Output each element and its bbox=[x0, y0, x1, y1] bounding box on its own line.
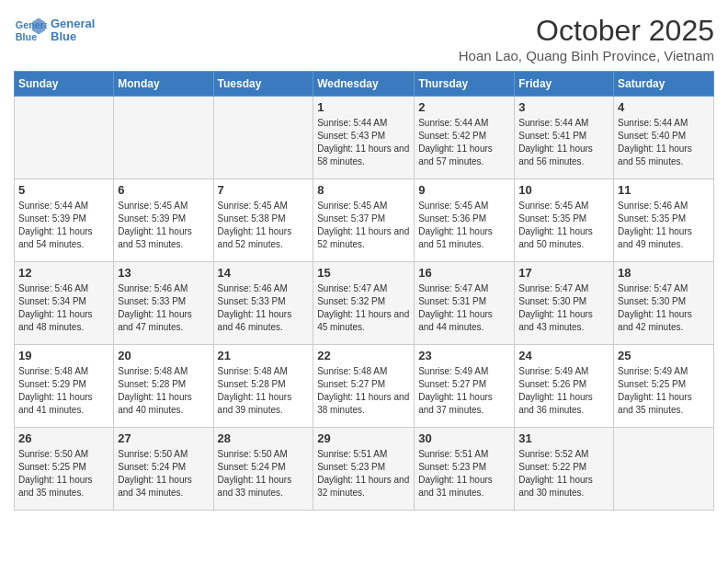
day-header-tuesday: Tuesday bbox=[213, 72, 313, 97]
day-number: 15 bbox=[317, 266, 410, 280]
calendar-cell: 16Sunrise: 5:47 AMSunset: 5:31 PMDayligh… bbox=[415, 262, 515, 345]
calendar-cell: 1Sunrise: 5:44 AMSunset: 5:43 PMDaylight… bbox=[313, 97, 415, 179]
calendar-cell: 11Sunrise: 5:46 AMSunset: 5:35 PMDayligh… bbox=[614, 179, 714, 262]
day-info: Sunrise: 5:46 AMSunset: 5:33 PMDaylight:… bbox=[118, 282, 209, 334]
calendar-cell: 2Sunrise: 5:44 AMSunset: 5:42 PMDaylight… bbox=[415, 97, 515, 179]
day-number: 11 bbox=[618, 183, 710, 197]
calendar-cell: 27Sunrise: 5:50 AMSunset: 5:24 PMDayligh… bbox=[114, 428, 213, 511]
day-info: Sunrise: 5:44 AMSunset: 5:43 PMDaylight:… bbox=[317, 117, 410, 168]
calendar-cell: 9Sunrise: 5:45 AMSunset: 5:36 PMDaylight… bbox=[415, 179, 515, 262]
day-info: Sunrise: 5:49 AMSunset: 5:26 PMDaylight:… bbox=[518, 365, 609, 417]
day-info: Sunrise: 5:50 AMSunset: 5:24 PMDaylight:… bbox=[218, 448, 310, 500]
calendar-cell: 29Sunrise: 5:51 AMSunset: 5:23 PMDayligh… bbox=[313, 428, 415, 511]
calendar-cell: 21Sunrise: 5:48 AMSunset: 5:28 PMDayligh… bbox=[213, 345, 313, 428]
day-number: 1 bbox=[317, 100, 410, 114]
week-row-1: 1Sunrise: 5:44 AMSunset: 5:43 PMDaylight… bbox=[15, 97, 714, 179]
calendar-cell: 5Sunrise: 5:44 AMSunset: 5:39 PMDaylight… bbox=[15, 179, 114, 262]
day-number: 14 bbox=[218, 266, 310, 280]
calendar-cell: 15Sunrise: 5:47 AMSunset: 5:32 PMDayligh… bbox=[313, 262, 415, 345]
day-info: Sunrise: 5:49 AMSunset: 5:25 PMDaylight:… bbox=[618, 365, 710, 417]
day-number: 13 bbox=[118, 266, 209, 280]
day-info: Sunrise: 5:45 AMSunset: 5:37 PMDaylight:… bbox=[317, 200, 410, 251]
calendar-cell: 23Sunrise: 5:49 AMSunset: 5:27 PMDayligh… bbox=[415, 345, 515, 428]
calendar-cell bbox=[213, 97, 313, 179]
calendar-cell: 26Sunrise: 5:50 AMSunset: 5:25 PMDayligh… bbox=[15, 428, 114, 511]
day-header-wednesday: Wednesday bbox=[313, 72, 415, 97]
calendar-cell: 17Sunrise: 5:47 AMSunset: 5:30 PMDayligh… bbox=[515, 262, 614, 345]
logo: General Blue General Blue bbox=[14, 14, 95, 47]
day-info: Sunrise: 5:46 AMSunset: 5:33 PMDaylight:… bbox=[218, 282, 310, 334]
day-info: Sunrise: 5:45 AMSunset: 5:36 PMDaylight:… bbox=[418, 200, 510, 251]
day-number: 16 bbox=[418, 266, 510, 280]
logo-icon: General Blue bbox=[14, 14, 47, 47]
day-number: 3 bbox=[518, 100, 609, 114]
logo-line1: General bbox=[51, 17, 95, 30]
day-header-saturday: Saturday bbox=[614, 72, 714, 97]
day-header-thursday: Thursday bbox=[415, 72, 515, 97]
day-info: Sunrise: 5:48 AMSunset: 5:28 PMDaylight:… bbox=[218, 365, 310, 417]
calendar-cell: 19Sunrise: 5:48 AMSunset: 5:29 PMDayligh… bbox=[15, 345, 114, 428]
day-header-monday: Monday bbox=[114, 72, 213, 97]
calendar-cell: 18Sunrise: 5:47 AMSunset: 5:30 PMDayligh… bbox=[614, 262, 714, 345]
day-number: 18 bbox=[618, 266, 710, 280]
header-row: SundayMondayTuesdayWednesdayThursdayFrid… bbox=[15, 72, 714, 97]
calendar-cell: 13Sunrise: 5:46 AMSunset: 5:33 PMDayligh… bbox=[114, 262, 213, 345]
day-number: 31 bbox=[518, 431, 609, 445]
month-title: October 2025 bbox=[459, 14, 714, 48]
day-info: Sunrise: 5:48 AMSunset: 5:29 PMDaylight:… bbox=[18, 365, 109, 417]
logo-line2: Blue bbox=[51, 30, 95, 43]
week-row-3: 12Sunrise: 5:46 AMSunset: 5:34 PMDayligh… bbox=[15, 262, 714, 345]
day-info: Sunrise: 5:51 AMSunset: 5:23 PMDaylight:… bbox=[317, 448, 410, 500]
calendar-cell bbox=[15, 97, 114, 179]
calendar-cell bbox=[114, 97, 213, 179]
day-number: 7 bbox=[218, 183, 310, 197]
day-number: 26 bbox=[18, 431, 109, 445]
day-info: Sunrise: 5:48 AMSunset: 5:27 PMDaylight:… bbox=[317, 365, 410, 417]
day-number: 17 bbox=[518, 266, 609, 280]
day-info: Sunrise: 5:45 AMSunset: 5:35 PMDaylight:… bbox=[518, 200, 609, 251]
week-row-2: 5Sunrise: 5:44 AMSunset: 5:39 PMDaylight… bbox=[15, 179, 714, 262]
week-row-5: 26Sunrise: 5:50 AMSunset: 5:25 PMDayligh… bbox=[15, 428, 714, 511]
page-header: General Blue General Blue October 2025 H… bbox=[14, 14, 714, 63]
day-info: Sunrise: 5:50 AMSunset: 5:25 PMDaylight:… bbox=[18, 448, 109, 500]
day-number: 23 bbox=[418, 349, 510, 362]
day-number: 22 bbox=[317, 349, 410, 362]
day-number: 6 bbox=[118, 183, 209, 197]
svg-text:Blue: Blue bbox=[16, 31, 37, 42]
day-number: 29 bbox=[317, 431, 410, 445]
day-info: Sunrise: 5:46 AMSunset: 5:35 PMDaylight:… bbox=[618, 200, 710, 251]
day-info: Sunrise: 5:45 AMSunset: 5:38 PMDaylight:… bbox=[218, 200, 310, 251]
day-number: 30 bbox=[418, 431, 510, 445]
day-info: Sunrise: 5:49 AMSunset: 5:27 PMDaylight:… bbox=[418, 365, 510, 417]
day-info: Sunrise: 5:52 AMSunset: 5:22 PMDaylight:… bbox=[518, 448, 609, 500]
calendar-cell: 24Sunrise: 5:49 AMSunset: 5:26 PMDayligh… bbox=[515, 345, 614, 428]
day-number: 12 bbox=[18, 266, 109, 280]
day-number: 10 bbox=[518, 183, 609, 197]
calendar-cell: 6Sunrise: 5:45 AMSunset: 5:39 PMDaylight… bbox=[114, 179, 213, 262]
day-header-friday: Friday bbox=[515, 72, 614, 97]
day-info: Sunrise: 5:48 AMSunset: 5:28 PMDaylight:… bbox=[118, 365, 209, 417]
day-info: Sunrise: 5:47 AMSunset: 5:30 PMDaylight:… bbox=[518, 282, 609, 334]
calendar-cell: 4Sunrise: 5:44 AMSunset: 5:40 PMDaylight… bbox=[614, 97, 714, 179]
title-block: October 2025 Hoan Lao, Quang Binh Provin… bbox=[459, 14, 714, 63]
calendar-cell: 30Sunrise: 5:51 AMSunset: 5:23 PMDayligh… bbox=[415, 428, 515, 511]
day-number: 4 bbox=[618, 100, 710, 114]
day-number: 20 bbox=[118, 349, 209, 362]
day-info: Sunrise: 5:47 AMSunset: 5:32 PMDaylight:… bbox=[317, 282, 410, 334]
calendar-cell: 28Sunrise: 5:50 AMSunset: 5:24 PMDayligh… bbox=[213, 428, 313, 511]
day-info: Sunrise: 5:46 AMSunset: 5:34 PMDaylight:… bbox=[18, 282, 109, 334]
day-number: 27 bbox=[118, 431, 209, 445]
calendar-cell: 8Sunrise: 5:45 AMSunset: 5:37 PMDaylight… bbox=[313, 179, 415, 262]
day-info: Sunrise: 5:47 AMSunset: 5:31 PMDaylight:… bbox=[418, 282, 510, 334]
day-number: 28 bbox=[218, 431, 310, 445]
day-number: 24 bbox=[518, 349, 609, 362]
day-header-sunday: Sunday bbox=[15, 72, 114, 97]
calendar-cell: 20Sunrise: 5:48 AMSunset: 5:28 PMDayligh… bbox=[114, 345, 213, 428]
calendar-cell: 10Sunrise: 5:45 AMSunset: 5:35 PMDayligh… bbox=[515, 179, 614, 262]
calendar-cell: 14Sunrise: 5:46 AMSunset: 5:33 PMDayligh… bbox=[213, 262, 313, 345]
day-number: 8 bbox=[317, 183, 410, 197]
day-info: Sunrise: 5:50 AMSunset: 5:24 PMDaylight:… bbox=[118, 448, 209, 500]
day-number: 5 bbox=[18, 183, 109, 197]
calendar-cell bbox=[614, 428, 714, 511]
day-info: Sunrise: 5:44 AMSunset: 5:39 PMDaylight:… bbox=[18, 200, 109, 251]
